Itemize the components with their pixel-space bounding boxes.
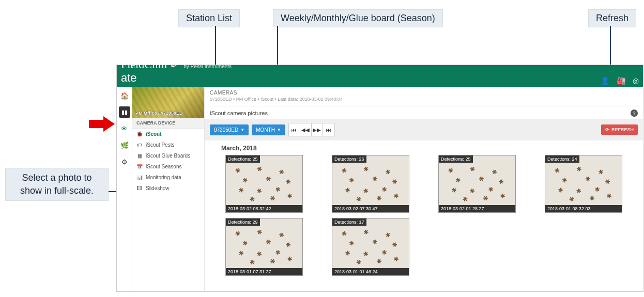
station-dropdown[interactable]: 072050ED▼ xyxy=(210,124,249,135)
leaf-icon xyxy=(170,58,180,71)
moth-icon: ✱ xyxy=(371,175,378,183)
moth-icon: ✱ xyxy=(481,194,489,203)
callout-refresh: Refresh xyxy=(588,9,636,27)
moth-icon: ✱ xyxy=(287,192,293,200)
station-dropdown-label: 072050ED xyxy=(214,127,238,133)
sidebar-item-label: Slideshow xyxy=(146,185,170,191)
refresh-button[interactable]: ⟳REFRESH xyxy=(601,124,638,135)
red-arrow-icon xyxy=(89,116,115,132)
moth-icon: ✱ xyxy=(469,187,476,195)
moth-icon: ✱ xyxy=(284,241,293,249)
moth-icon: ✱ xyxy=(362,228,370,237)
moth-icon: ✱ xyxy=(264,175,272,183)
moth-icon: ✱ xyxy=(355,195,363,204)
moth-icon: ✱ xyxy=(236,186,245,195)
sidebar-item-label: Monitoring data xyxy=(146,175,181,180)
gear-icon[interactable]: ⚙ xyxy=(119,156,130,167)
plant-icon[interactable]: 🌿 xyxy=(119,139,130,151)
photo-thumbnail[interactable]: Detections: 242018-03-01 08:32:03✱✱✱✱✱✱✱… xyxy=(545,155,622,213)
moth-icon: ✱ xyxy=(275,185,281,194)
moth-icon: ✱ xyxy=(341,229,347,238)
home-icon[interactable]: 🏠 xyxy=(119,90,130,101)
moth-icon: ✱ xyxy=(477,175,485,183)
brand: FieldClimate by Pessl Instruments xyxy=(121,58,232,85)
moth-icon: ✱ xyxy=(606,192,612,200)
moth-icon: ✱ xyxy=(594,185,601,194)
photo-thumbnail[interactable]: Detections: 172018-03-01 01:46:24✱✱✱✱✱✱✱… xyxy=(332,218,409,276)
prev-icon[interactable]: ◀◀ xyxy=(300,123,312,136)
field-thumbnail[interactable]: PM Office / 072050ED xyxy=(132,87,204,118)
moth-icon: ✱ xyxy=(348,176,355,184)
moth-layer: ✱✱✱✱✱✱✱✱✱✱✱✱ xyxy=(334,226,407,267)
sidebar-item-label: iScout xyxy=(146,131,162,137)
first-icon[interactable]: ⏮ xyxy=(289,123,300,136)
brand-sub: by Pessl Instruments xyxy=(183,64,232,69)
user-icon[interactable]: 👤 xyxy=(601,76,609,85)
detections-badge: Detections: 17 xyxy=(332,218,366,226)
bug-icon: 🐞 xyxy=(136,131,143,137)
moth-icon: ✱ xyxy=(242,239,248,247)
timestamp-label: 2018-03-02 08:32:42 xyxy=(226,205,302,212)
moth-icon: ✱ xyxy=(234,229,241,238)
moth-icon: ✱ xyxy=(381,248,388,257)
moth-layer: ✱✱✱✱✱✱✱✱✱✱✱✱ xyxy=(228,163,300,204)
brand-main: FieldClim xyxy=(121,58,167,71)
moth-layer: ✱✱✱✱✱✱✱✱✱✱✱✱ xyxy=(441,163,513,204)
moth-icon: ✱ xyxy=(384,231,392,240)
photo-thumbnail[interactable]: Detections: 262018-03-02 07:30:47✱✱✱✱✱✱✱… xyxy=(332,155,409,213)
sidebar-item-glueboards[interactable]: ▦iScout Glue Boards xyxy=(132,150,204,161)
moth-layer: ✱✱✱✱✱✱✱✱✱✱✱✱ xyxy=(334,163,407,204)
chevron-down-icon: ▼ xyxy=(240,128,244,132)
next-icon[interactable]: ▶▶ xyxy=(312,123,323,136)
broadcast-icon[interactable]: ◎ xyxy=(633,76,639,85)
moth-icon: ✱ xyxy=(497,178,505,186)
moth-icon: ✱ xyxy=(371,238,378,246)
moth-icon: ✱ xyxy=(343,186,351,195)
moth-icon: ✱ xyxy=(393,192,399,200)
help-icon[interactable]: ? xyxy=(631,110,638,117)
moth-icon: ✱ xyxy=(362,187,369,195)
brand-thin: ate xyxy=(121,71,137,84)
callout-station-list: Station List xyxy=(178,9,240,27)
sidebar-item-slideshow[interactable]: 🎞Slideshow xyxy=(132,183,204,194)
period-dropdown[interactable]: MONTH▼ xyxy=(252,124,285,135)
section-bar: iScout camera pictures ? xyxy=(205,106,643,119)
moth-icon: ✱ xyxy=(393,255,399,263)
photo-thumbnail[interactable]: Detections: 292018-03-01 07:31:27✱✱✱✱✱✱✱… xyxy=(225,218,303,276)
moth-icon: ✱ xyxy=(596,168,605,177)
moth-icon: ✱ xyxy=(575,165,582,174)
timestamp-label: 2018-03-01 08:32:03 xyxy=(545,205,622,212)
sidebar-item-pests[interactable]: 🏷iScout Pests xyxy=(132,139,204,150)
farm-icon[interactable]: 🏭 xyxy=(617,76,625,85)
photo-thumbnail[interactable]: Detections: 252018-03-02 08:32:42✱✱✱✱✱✱✱… xyxy=(225,155,303,213)
board-icon: ▦ xyxy=(136,153,143,159)
moth-icon: ✱ xyxy=(455,176,461,184)
detections-badge: Detections: 29 xyxy=(226,218,260,226)
gallery: March, 2018 Detections: 252018-03-02 08:… xyxy=(205,140,643,291)
sidebar-item-iscout[interactable]: 🐞iScout xyxy=(132,129,204,139)
moth-icon: ✱ xyxy=(375,257,383,266)
period-dropdown-label: MONTH xyxy=(256,127,275,133)
sidebar-item-monitoring[interactable]: 📊Monitoring data xyxy=(132,172,204,183)
moth-icon: ✱ xyxy=(343,249,351,258)
svg-marker-0 xyxy=(89,116,115,132)
refresh-icon: ⟳ xyxy=(605,127,609,132)
eye-icon[interactable]: 👁 xyxy=(119,123,130,134)
timestamp-label: 2018-03-02 01:28:27 xyxy=(439,205,515,212)
last-icon[interactable]: ⏭ xyxy=(323,123,334,136)
sidebar: PM Office / 072050ED CAMERA DEVICE 🐞iSco… xyxy=(132,87,205,291)
moth-icon: ✱ xyxy=(449,186,458,195)
calendar-icon: 📅 xyxy=(136,164,143,169)
chart-icon[interactable]: ▮▮ xyxy=(119,106,130,118)
page-title: CAMERAS xyxy=(210,90,638,96)
photo-thumbnail[interactable]: Detections: 252018-03-02 01:28:27✱✱✱✱✱✱✱… xyxy=(438,155,516,213)
moth-layer: ✱✱✱✱✱✱✱✱✱✱✱✱ xyxy=(547,163,620,204)
moth-icon: ✱ xyxy=(500,192,505,200)
moth-icon: ✱ xyxy=(256,187,263,195)
app-window: 20211111.b9279ca0 / Tomato FieldClimate … xyxy=(116,65,643,292)
moth-icon: ✱ xyxy=(256,228,263,237)
moth-icon: ✱ xyxy=(568,195,576,204)
moth-icon: ✱ xyxy=(341,166,347,175)
header-icons: 👤 🏭 ◎ xyxy=(601,76,639,85)
sidebar-item-seasons[interactable]: 📅iScout Seasons xyxy=(132,161,204,172)
